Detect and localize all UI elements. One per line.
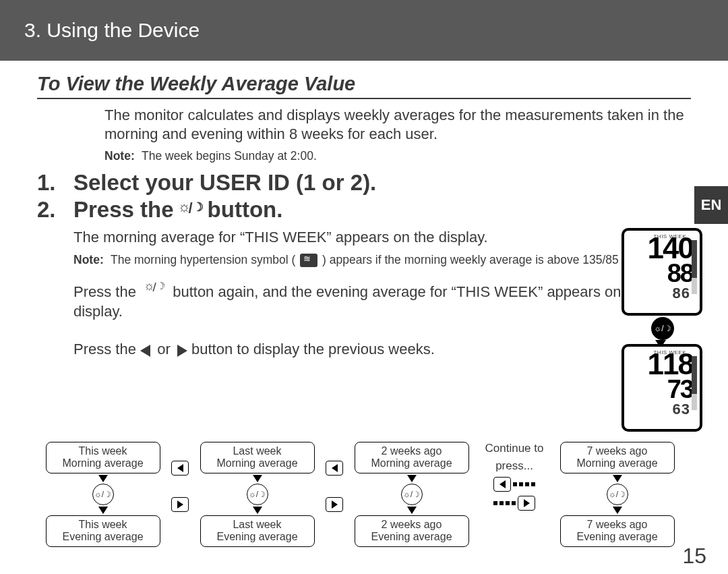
device-display-evening: THIS WEEK 118 73 63 xyxy=(621,344,702,432)
step-1-heading: Select your USER ID (1 or 2). xyxy=(73,170,691,196)
continue-line2: press... xyxy=(495,459,533,473)
flow-col: 2 weeks ago Morning average ☼/☽ 2 weeks … xyxy=(349,442,474,547)
step-2-number: 2. xyxy=(37,197,73,360)
nav-right-dotted-icon xyxy=(493,496,535,511)
step-1-number: 1. xyxy=(37,170,73,196)
sun-moon-button-icon: ☼/☽ xyxy=(247,484,268,505)
sun-moon-icon: / xyxy=(144,281,165,295)
step-2-note-a: The morning hypertension symbol ( xyxy=(111,253,295,266)
device-pulse: 86 xyxy=(624,285,700,302)
sun-moon-icon: / xyxy=(178,201,204,219)
triangle-right-icon xyxy=(177,345,187,357)
down-arrow-icon xyxy=(253,475,262,482)
flow-box-line2: Morning average xyxy=(568,457,667,469)
morning-hypertension-icon xyxy=(300,254,317,267)
flow-box-line1: Last week xyxy=(208,445,307,457)
flow-box-line1: 7 weeks ago xyxy=(568,445,667,457)
flow-box-evening: This week Evening average xyxy=(46,515,160,547)
chapter-title: 3. Using the Device xyxy=(24,19,200,42)
section-note: Note: The week begins Sunday at 2:00. xyxy=(37,149,691,163)
page-number: 15 xyxy=(682,544,706,569)
note-body: The week begins Sunday at 2:00. xyxy=(142,149,691,163)
step-2-p3-c: button to display the previous weeks. xyxy=(191,341,435,357)
flow-box-line2: Evening average xyxy=(568,531,667,543)
flow-box-morning: 7 weeks ago Morning average xyxy=(560,442,675,473)
nav-left-icon xyxy=(326,461,343,476)
flow-box-line1: This week xyxy=(53,445,153,457)
sun-moon-button-icon: ☼/☽ xyxy=(401,484,423,505)
flow-box-line2: Morning average xyxy=(362,457,462,469)
step-2-p2-a: Press the xyxy=(73,283,136,300)
chapter-header: 3. Using the Device xyxy=(0,0,728,61)
device-dia: 73 xyxy=(624,378,700,401)
nav-right-icon xyxy=(326,497,343,512)
step-2-p3-b: or xyxy=(157,341,171,357)
step-1: 1. Select your USER ID (1 or 2). xyxy=(37,170,691,196)
flow-box-line2: Morning average xyxy=(208,457,307,469)
nav-right-icon xyxy=(171,497,189,512)
flow-box-line1: 7 weeks ago xyxy=(568,519,667,531)
step-2: 2. Press the / button. The morning avera… xyxy=(37,197,691,360)
section-intro: The monitor calculates and displays week… xyxy=(37,106,691,144)
flow-col: 7 weeks ago Morning average ☼/☽ 7 weeks … xyxy=(555,442,679,547)
down-arrow-icon xyxy=(613,507,622,514)
step-2-p3: Press the or button to display the previ… xyxy=(73,340,691,360)
sun-moon-button-icon: ☼/☽ xyxy=(607,484,628,505)
continue-line1: Continue to xyxy=(485,442,544,455)
flow-box-line2: Evening average xyxy=(208,531,307,543)
flow-nav xyxy=(165,442,195,512)
step-2-note-b: ) appears if the morning weekly average … xyxy=(322,253,660,266)
step-2-heading-b: button. xyxy=(208,197,283,223)
flow-col: This week Morning average ☼/☽ This week … xyxy=(40,442,165,547)
flow-box-evening: 7 weeks ago Evening average xyxy=(560,515,675,547)
flow-box-evening: 2 weeks ago Evening average xyxy=(355,515,469,547)
down-arrow-icon xyxy=(98,475,108,482)
flow-box-line2: Morning average xyxy=(53,457,153,469)
flow-box-evening: Last week Evening average xyxy=(200,515,315,547)
flow-box-line2: Evening average xyxy=(53,531,153,543)
device-week-label: THIS WEEK xyxy=(653,233,686,239)
device-display-morning: THIS WEEK 140 88 86 xyxy=(621,228,702,316)
flow-box-line1: 2 weeks ago xyxy=(362,445,462,457)
flow-box-morning: Last week Morning average xyxy=(200,442,315,473)
step-2-heading-a: Press the xyxy=(73,197,174,223)
flow-continue: Continue to press... xyxy=(474,442,555,511)
device-dia: 88 xyxy=(624,262,700,285)
nav-left-dotted-icon xyxy=(493,477,535,492)
step-2-heading: Press the / button. xyxy=(73,197,691,223)
flow-box-morning: 2 weeks ago Morning average xyxy=(355,442,469,473)
flow-box-line1: 2 weeks ago xyxy=(362,519,462,531)
step-2-p3-a: Press the xyxy=(73,341,136,357)
flow-box-line1: This week xyxy=(53,519,153,531)
step-2-note-label: Note: xyxy=(73,253,111,267)
weekly-flow-diagram: This week Morning average ☼/☽ This week … xyxy=(40,442,688,547)
device-week-label: THIS WEEK xyxy=(653,349,686,355)
down-arrow-icon xyxy=(253,507,262,514)
flow-nav xyxy=(320,442,349,512)
down-arrow-icon xyxy=(407,507,417,514)
step-2-note-body: The morning hypertension symbol ( ) appe… xyxy=(111,253,691,267)
note-label: Note: xyxy=(104,149,142,163)
device-level-bar xyxy=(692,356,697,410)
step-2-note: Note: The morning hypertension symbol ( … xyxy=(73,253,691,267)
flow-box-line1: Last week xyxy=(208,519,307,531)
section-title: To View the Weekly Average Value xyxy=(37,73,691,99)
flow-col: Last week Morning average ☼/☽ Last week … xyxy=(195,442,320,547)
down-arrow-icon xyxy=(407,475,417,482)
device-level-bar xyxy=(692,240,697,294)
sun-moon-button-icon: ☼/☽ xyxy=(651,317,674,340)
flow-box-line2: Evening average xyxy=(362,531,462,543)
down-arrow-icon xyxy=(98,507,108,514)
step-2-p1: The morning average for “THIS WEEK” appe… xyxy=(73,228,691,248)
step-2-p2: Press the / button again, and the evenin… xyxy=(73,279,691,321)
flow-box-morning: This week Morning average xyxy=(46,442,160,473)
sun-moon-button-icon: ☼/☽ xyxy=(92,484,114,505)
down-arrow-icon xyxy=(613,475,622,482)
device-pulse: 63 xyxy=(624,401,700,418)
triangle-left-icon xyxy=(140,345,150,357)
nav-left-icon xyxy=(171,461,189,476)
